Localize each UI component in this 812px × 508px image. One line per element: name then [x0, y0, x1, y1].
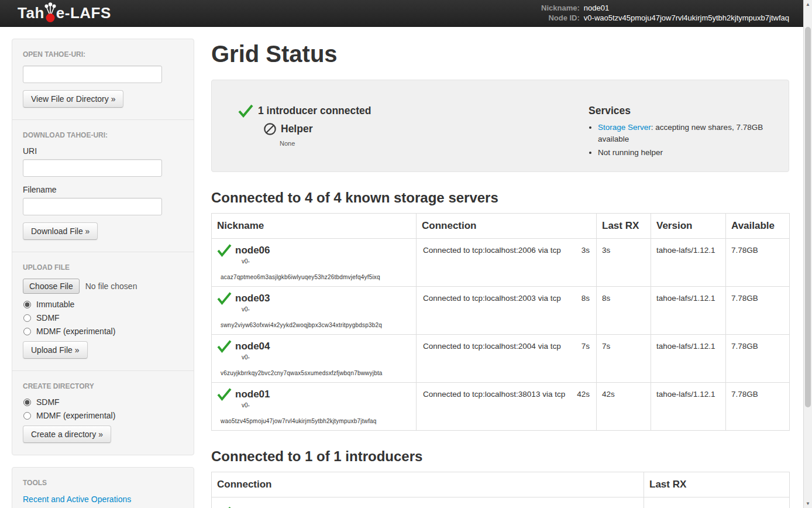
- last-rx-cell: 3s: [597, 239, 651, 287]
- tahoe-logo-o-icon: [44, 1, 57, 23]
- introducer-connected-check-icon: [238, 104, 254, 118]
- col-intro-last-rx: Last RX: [644, 472, 790, 497]
- connected-check-icon: [216, 291, 232, 305]
- choose-file-button[interactable]: Choose File: [23, 279, 80, 294]
- server-id-prefix: v0-: [242, 306, 411, 313]
- scrollbar-up-icon[interactable]: ▲: [804, 0, 812, 9]
- server-nickname: node01: [235, 389, 270, 400]
- introducer-connection-text: Connected to tcp:localhost:39165 via tcp: [236, 506, 379, 508]
- download-uri-section: DOWNLOAD TAHOE-URI: URI Filename Downloa…: [12, 119, 194, 252]
- upload-mdmf-radio[interactable]: [23, 328, 31, 335]
- recent-operations-link[interactable]: Recent and Active Operations: [23, 495, 131, 504]
- upload-format-sdmf[interactable]: SDMF: [23, 313, 183, 322]
- upload-format-immutable[interactable]: Immutable: [23, 300, 183, 309]
- connection-text: Connected to tcp:localhost:2003 via tcp: [423, 294, 561, 303]
- col-intro-connection: Connection: [212, 472, 644, 497]
- immutable-radio[interactable]: [23, 301, 31, 308]
- dir-format-mdmf[interactable]: MDMF (experimental): [23, 411, 183, 420]
- storage-servers-heading: Connected to 4 of 4 known storage server…: [211, 190, 789, 206]
- introducers-table-header-row: Connection Last RX: [212, 472, 790, 497]
- tools-section: TOOLS Recent and Active Operations: [12, 468, 194, 508]
- introducer-connection-time: 42s: [624, 506, 637, 508]
- version-cell: tahoe-lafs/1.12.1: [651, 239, 726, 287]
- available-cell: 7.78GB: [726, 383, 790, 431]
- download-filename-input[interactable]: [23, 198, 162, 215]
- storage-server-service-item: Storage Server: accepting new shares, 7.…: [598, 122, 777, 145]
- connection-time: 8s: [582, 294, 590, 303]
- introducer-row: Connected to tcp:localhost:39165 via tcp…: [212, 497, 790, 508]
- create-directory-label: CREATE DIRECTORY: [23, 382, 183, 390]
- download-uri-input[interactable]: [23, 159, 162, 177]
- status-block: 1 introducer connected Helper None: [223, 80, 589, 171]
- dir-mdmf-radio-label: MDMF (experimental): [36, 411, 115, 420]
- scrollbar-down-icon[interactable]: ▼: [804, 499, 812, 508]
- upload-file-button[interactable]: Upload File »: [23, 341, 88, 359]
- helper-service-item: Not running helper: [598, 147, 777, 159]
- helper-status-label: Helper: [281, 123, 312, 135]
- dir-mdmf-radio[interactable]: [23, 412, 31, 420]
- services-block: Services Storage Server: accepting new s…: [589, 80, 777, 171]
- top-navbar: Tah e-LAFS Nickname: node01 Node ID: v0-…: [0, 0, 812, 27]
- nickname-cell: node04 v0- v6zuyjkbrrkqy2bvc2cny7qwax5sx…: [212, 335, 417, 383]
- nickname-cell: node06 v0- acaz7qptmeo6m3asjlgkb6iwlyuqe…: [212, 239, 417, 287]
- create-directory-section: CREATE DIRECTORY SDMF MDMF (experimental…: [12, 370, 194, 455]
- node-id-label: Node ID:: [541, 14, 580, 22]
- scrollbar-thumb[interactable]: [805, 27, 811, 407]
- tahoe-lafs-logo: Tah e-LAFS: [18, 2, 111, 25]
- status-well: 1 introducer connected Helper None Servi…: [211, 80, 789, 172]
- dir-format-sdmf[interactable]: SDMF: [23, 397, 183, 407]
- create-directory-button[interactable]: Create a directory »: [23, 425, 111, 443]
- storage-server-row: node06 v0- acaz7qptmeo6m3asjlgkb6iwlyuqe…: [212, 239, 790, 287]
- filename-field-label: Filename: [23, 185, 183, 194]
- server-id-prefix: v0-: [242, 354, 411, 361]
- col-available: Available: [726, 214, 790, 239]
- nickname-value: node01: [584, 4, 789, 12]
- logo-text-pre: Tah: [18, 4, 44, 22]
- connection-cell: Connected to tcp:localhost:38013 via tcp…: [417, 383, 597, 431]
- logo-text-post: e-LAFS: [56, 4, 111, 22]
- immutable-radio-label: Immutable: [36, 300, 74, 309]
- open-uri-input[interactable]: [23, 66, 162, 83]
- last-rx-cell: 42s: [597, 383, 651, 431]
- open-uri-section: OPEN TAHOE-URI: View File or Directory »: [12, 39, 194, 119]
- download-uri-label: DOWNLOAD TAHOE-URI:: [23, 131, 183, 139]
- dir-sdmf-radio[interactable]: [23, 399, 31, 406]
- version-cell: tahoe-lafs/1.12.1: [651, 335, 726, 383]
- introducer-connection-cell: Connected to tcp:localhost:39165 via tcp…: [212, 497, 644, 508]
- connected-check-icon: [216, 387, 232, 401]
- col-version: Version: [651, 214, 726, 239]
- last-rx-cell: 8s: [597, 287, 651, 335]
- available-cell: 7.78GB: [726, 239, 790, 287]
- storage-server-row: node01 v0- wao5tzv45pmoju47jow7rvl4ukirj…: [212, 383, 790, 431]
- nickname-cell: node01 v0- wao5tzv45pmoju47jow7rvl4ukirj…: [212, 383, 417, 431]
- upload-format-mdmf[interactable]: MDMF (experimental): [23, 327, 183, 336]
- nickname-cell: node03 v0- swny2viyw63ofxwi4x2yykd2woqjb…: [212, 287, 417, 335]
- connection-time: 7s: [582, 342, 590, 351]
- tools-label: TOOLS: [23, 479, 183, 487]
- storage-server-link[interactable]: Storage Server: [598, 123, 651, 132]
- download-file-button[interactable]: Download File »: [23, 222, 98, 240]
- sidebar: OPEN TAHOE-URI: View File or Directory »…: [12, 39, 194, 508]
- dir-sdmf-radio-label: SDMF: [36, 397, 60, 407]
- upload-sdmf-radio[interactable]: [23, 314, 31, 322]
- helper-none-icon: [263, 122, 277, 136]
- vertical-scrollbar[interactable]: ▲ ▼: [803, 0, 812, 508]
- upload-sdmf-radio-label: SDMF: [36, 313, 60, 322]
- connection-text: Connected to tcp:localhost:2004 via tcp: [423, 342, 561, 351]
- page-title: Grid Status: [211, 41, 789, 67]
- main-content: Grid Status 1 introducer connected Helpe…: [211, 39, 789, 508]
- connected-check-icon: [216, 339, 232, 353]
- node-meta: Nickname: node01 Node ID: v0-wao5tzv45pm…: [541, 4, 789, 23]
- storage-server-row: node04 v0- v6zuyjkbrrkqy2bvc2cny7qwax5sx…: [212, 335, 790, 383]
- col-nickname: Nickname: [212, 214, 417, 239]
- view-file-button[interactable]: View File or Directory »: [23, 90, 123, 108]
- last-rx-cell: 7s: [597, 335, 651, 383]
- connection-text: Connected to tcp:localhost:2006 via tcp: [423, 246, 561, 255]
- file-chosen-status: No file chosen: [85, 282, 137, 291]
- server-id-hash: v6zuyjkbrrkqy2bvc2cny7qwax5sxumedsxfzfjw…: [221, 370, 411, 376]
- available-cell: 7.78GB: [726, 287, 790, 335]
- nickname-label: Nickname:: [541, 4, 580, 12]
- introducers-heading: Connected to 1 of 1 introducers: [211, 448, 789, 465]
- open-uri-label: OPEN TAHOE-URI:: [23, 50, 183, 59]
- storage-server-row: node03 v0- swny2viyw63ofxwi4x2yykd2woqjb…: [212, 287, 790, 335]
